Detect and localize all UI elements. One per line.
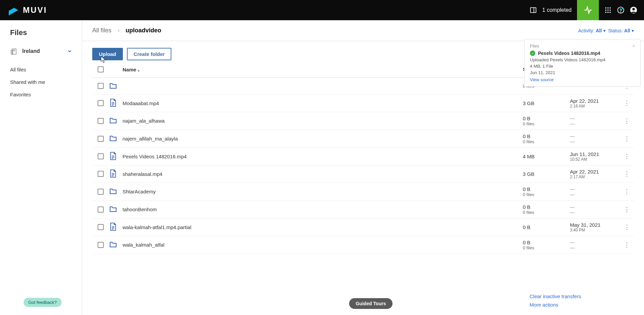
row-time-empty: — xyxy=(570,245,624,250)
apps-icon[interactable] xyxy=(604,6,612,14)
table: Name▲ Sizei Last updatedi 0 files—⋮Modaa… xyxy=(82,62,644,315)
breadcrumb-root[interactable]: All files xyxy=(92,27,111,34)
svg-point-10 xyxy=(610,12,611,13)
feedback-button[interactable]: Got feedback? xyxy=(24,298,62,307)
table-row[interactable]: Modaaabat.mp43 GBApr 22, 20212:16 AM⋮ xyxy=(92,95,634,112)
select-all-checkbox[interactable] xyxy=(98,66,104,72)
row-size: 3 GB xyxy=(523,171,570,177)
row-date: Jun 11, 2021 xyxy=(570,151,624,157)
status-filter[interactable]: Status: All ▾ xyxy=(608,28,634,33)
activity-filter[interactable]: Activity: All ▾ xyxy=(578,28,605,33)
row-name: ShtarAcademy xyxy=(123,189,156,194)
sidebar-nav-shared[interactable]: Shared with me xyxy=(0,76,82,88)
chevron-down-icon: ▾ xyxy=(603,28,606,33)
account-icon[interactable] xyxy=(630,6,637,14)
notif-section-label: Files xyxy=(530,43,539,49)
app-header: MUVI 1 completed xyxy=(0,0,644,20)
row-time-empty: — xyxy=(570,210,624,215)
row-more-icon[interactable]: ⋮ xyxy=(624,120,634,122)
row-checkbox[interactable] xyxy=(98,118,104,124)
row-more-icon[interactable]: ⋮ xyxy=(624,155,634,157)
row-more-icon[interactable]: ⋮ xyxy=(624,173,634,175)
row-checkbox[interactable] xyxy=(98,224,104,230)
row-size: 0 B xyxy=(523,224,570,230)
table-row[interactable]: najam_ala_alhawa0 B0 files——⋮ xyxy=(92,112,634,130)
table-row[interactable]: wala-kalmah-atfal1.mp4.partial0 BMay 31,… xyxy=(92,219,634,236)
notif-line-uploaded: Uploaded Pexels Videos 1482016.mp4 xyxy=(530,57,635,62)
row-time: 3:40 PM xyxy=(570,228,624,232)
sidebar-nav-allfiles[interactable]: All files xyxy=(0,63,82,76)
breadcrumb-row: All files › uploadvideo Activity: All ▾ … xyxy=(82,20,644,41)
row-more-icon[interactable]: ⋮ xyxy=(624,138,634,140)
row-more-icon[interactable]: ⋮ xyxy=(624,226,634,228)
notif-line-date: Jun 11, 2021 xyxy=(530,70,635,75)
row-size: 4 MB xyxy=(523,154,570,159)
svg-point-12 xyxy=(621,12,621,12)
table-row[interactable]: najem_allilah_ma_alayla0 B0 files——⋮ xyxy=(92,130,634,148)
col-header-name[interactable]: Name▲ xyxy=(123,67,523,72)
sidebar-nav: All files Shared with me Favorites xyxy=(0,59,82,105)
row-name: wala-kalmah-atfal1.mp4.partial xyxy=(123,224,191,230)
panel-icon[interactable] xyxy=(530,6,537,14)
view-source-link[interactable]: View source xyxy=(530,77,554,82)
row-checkbox[interactable] xyxy=(98,136,104,142)
clear-transfers-link[interactable]: Clear inactive transfers xyxy=(530,292,635,301)
row-more-icon[interactable]: ⋮ xyxy=(624,244,634,246)
file-icon xyxy=(109,98,123,108)
activity-indicator[interactable] xyxy=(577,0,599,20)
row-more-icon[interactable]: ⋮ xyxy=(624,191,634,193)
guided-tours-button[interactable]: Guided Tours xyxy=(349,298,393,309)
row-checkbox[interactable] xyxy=(98,83,104,89)
completed-count[interactable]: 1 completed xyxy=(542,7,572,13)
row-size: 0 B xyxy=(523,240,570,245)
row-checkbox[interactable] xyxy=(98,189,104,195)
table-row[interactable]: wala_kalmah_atfal0 B0 files——⋮ xyxy=(92,236,634,254)
svg-point-8 xyxy=(605,12,607,13)
svg-point-13 xyxy=(622,7,624,9)
svg-point-6 xyxy=(607,9,609,11)
upload-button[interactable]: Upload xyxy=(92,48,123,60)
row-checkbox[interactable] xyxy=(98,100,104,106)
row-size-sub: 0 files xyxy=(523,192,570,197)
table-row[interactable]: ShtarAcademy0 B0 files——⋮ xyxy=(92,183,634,201)
row-size-sub: 0 files xyxy=(523,121,570,126)
row-more-icon[interactable]: ⋮ xyxy=(624,102,634,104)
building-icon xyxy=(10,47,18,55)
row-size: 0 B xyxy=(523,133,570,139)
create-folder-button[interactable]: Create folder xyxy=(127,48,172,60)
notification-panel: Files × ✓ Pexels Videos 1482016.mp4 Uplo… xyxy=(524,39,641,87)
chevron-down-icon xyxy=(68,49,72,53)
table-row[interactable]: Pexels Videos 1482016.mp44 MBJun 11, 202… xyxy=(92,148,634,165)
row-size: 0 B xyxy=(523,204,570,210)
row-checkbox[interactable] xyxy=(98,207,104,213)
region-selector[interactable]: Ireland xyxy=(0,44,82,59)
row-checkbox[interactable] xyxy=(98,153,104,159)
row-date-empty: — xyxy=(570,240,624,245)
row-checkbox[interactable] xyxy=(98,242,104,248)
table-row[interactable]: tahoonBenhom0 B0 files——⋮ xyxy=(92,201,634,219)
row-date-empty: — xyxy=(570,204,624,210)
row-checkbox[interactable] xyxy=(98,171,104,177)
logo-icon xyxy=(7,3,20,17)
row-size-sub: 0 files xyxy=(523,245,570,250)
sidebar-nav-favorites[interactable]: Favorites xyxy=(0,88,82,101)
breadcrumb-current: uploadvideo xyxy=(126,27,161,34)
row-date-empty: — xyxy=(570,133,624,139)
row-name: shaheralasal.mp4 xyxy=(123,171,162,177)
breadcrumb-sep-icon: › xyxy=(117,27,120,34)
close-icon[interactable]: × xyxy=(632,43,635,49)
row-time-empty: — xyxy=(570,139,624,144)
row-more-icon[interactable]: ⋮ xyxy=(624,209,634,211)
row-name: Modaaabat.mp4 xyxy=(123,100,159,106)
logo-text: MUVI xyxy=(23,5,47,15)
table-row[interactable]: shaheralasal.mp43 GBApr 22, 20212:17 AM⋮ xyxy=(92,165,634,183)
row-date: Apr 22, 2021 xyxy=(570,169,624,175)
header-right: 1 completed xyxy=(530,0,637,20)
row-name: Pexels Videos 1482016.mp4 xyxy=(123,154,187,159)
help-icon[interactable] xyxy=(617,6,624,14)
sidebar-title: Files xyxy=(0,28,82,44)
file-icon xyxy=(109,152,123,161)
more-actions-link[interactable]: More actions xyxy=(530,301,635,309)
notif-line-size: 4 MB, 1 File xyxy=(530,64,635,69)
row-size-sub: 0 files xyxy=(523,210,570,215)
